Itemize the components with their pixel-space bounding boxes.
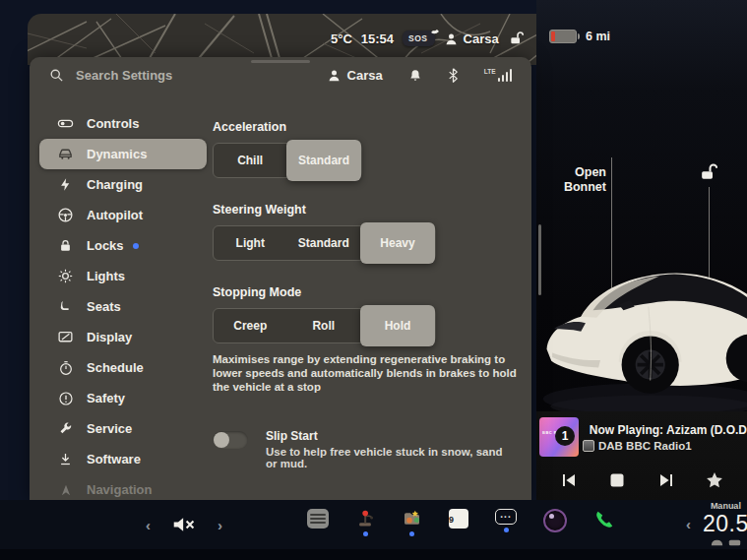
temp-down-chevron[interactable]: ‹ [686,516,691,532]
open-bonnet-button[interactable]: Open Bonnet [547,165,606,195]
media-controls [536,461,747,500]
stopping-option-hold[interactable]: Hold [360,305,435,346]
radio-source-icon [583,440,594,452]
search-status-icons: Carsa LTE [327,68,512,83]
cellular-signal-indicator: LTE [484,68,512,82]
steering-option-standard[interactable]: Standard [287,226,361,260]
slip-start-label: Slip Start [266,429,512,443]
vehicle-3d-view[interactable] [539,230,747,427]
sidebar-item-seats[interactable]: Seats [39,291,207,322]
network-type-label: LTE [484,68,496,75]
sidebar-item-software[interactable]: Software [39,444,207,474]
more-apps-icon[interactable]: ... [495,509,517,532]
album-art[interactable]: BBC RADIO 1 [539,417,579,457]
driver-profile-name: Carsa [464,31,499,46]
next-track-button[interactable] [652,466,681,495]
climate-mode-label: Manual [711,501,741,511]
notifications-bell-icon[interactable] [408,68,422,83]
range-value: 6 mi [586,30,610,43]
navigation-arrow-icon [57,481,74,498]
now-playing-title[interactable]: Now Playing: Azizam (D.O.D [583,423,747,437]
sidebar-item-navigation[interactable]: Navigation [39,474,207,500]
stopping-mode-title: Stopping Mode [213,285,524,299]
dashcam-icon[interactable] [543,509,567,540]
app-icons: 9 ... [307,509,615,540]
acceleration-segmented-control: Chill Standard [213,143,362,178]
steering-option-heavy[interactable]: Heavy [360,222,435,264]
unlocked-icon[interactable] [508,31,524,46]
sidebar-item-service[interactable]: Service [39,413,207,444]
sidebar-item-locks[interactable]: Locks [39,230,207,261]
app-launcher-dock: ‹ › [0,500,747,549]
stopping-option-roll[interactable]: Roll [287,309,361,342]
sos-label: SOS [408,33,427,43]
search-icon [49,68,64,83]
vehicle-unlocked-icon[interactable] [698,162,717,182]
app-grille-icon[interactable] [307,509,329,536]
volume-up-chevron[interactable]: › [218,517,222,533]
sidebar-item-charging[interactable]: Charging [39,169,207,200]
driver-profile-chip[interactable]: Carsa [444,31,499,46]
sidebar-item-dynamics[interactable]: Dynamics [39,139,207,169]
calendar-glyph: 9 [449,509,468,529]
sidebar-item-schedule[interactable]: Schedule [39,352,207,383]
acceleration-option-standard[interactable]: Standard [286,140,361,181]
search-input[interactable] [74,67,255,84]
locks-notification-dot [133,243,139,249]
screen-bezel-left [0,0,28,560]
wrench-icon [57,420,74,437]
acceleration-title: Acceleration [213,120,524,134]
front-defrost-icon[interactable] [711,538,723,547]
sidebar-item-display[interactable]: Display [39,322,207,352]
toybox-icon[interactable] [402,509,422,536]
battery-icon [549,30,577,43]
acceleration-option-chill[interactable]: Chill [214,144,286,177]
bluetooth-icon[interactable] [448,68,459,83]
volume-down-chevron[interactable]: ‹ [146,517,151,533]
volume-muted-icon[interactable] [172,515,196,534]
stopping-option-creep[interactable]: Creep [214,309,287,342]
person-icon [327,68,342,83]
light-icon [57,268,74,284]
camera-lens-glyph [543,509,567,532]
clock: 15:54 [361,31,394,46]
phone-icon[interactable] [593,509,615,538]
slip-start-toggle[interactable] [213,431,248,449]
sos-badge[interactable]: SOS [403,31,434,46]
open-bonnet-label-line1: Open [547,165,606,180]
phone-handset-icon [430,27,440,36]
open-bonnet-label-line2: Bonnet [547,180,606,195]
arcade-joystick-icon[interactable] [355,509,375,536]
display-icon [57,329,74,345]
rear-defrost-icon[interactable] [728,538,741,547]
calendar-icon[interactable]: 9 [449,509,468,536]
media-source-label: DAB BBC Radio1 [598,440,692,452]
media-source[interactable]: DAB BBC Radio1 [583,440,692,452]
battery-range-indicator[interactable]: 6 mi [549,30,610,43]
sidebar-item-safety[interactable]: Safety [39,383,207,413]
climate-control: Manual ‹ 20.5 › [686,501,747,547]
scrollbar-thumb[interactable] [538,224,541,295]
defrost-indicators [711,538,741,547]
stop-button[interactable] [602,466,632,495]
alert-circle-icon [57,390,74,406]
padlock-icon [57,237,74,254]
steering-segmented-control: Light Standard Heavy [213,225,436,261]
steering-wheel-icon [57,207,74,223]
cabin-temperature[interactable]: 20.5 [703,511,747,537]
lightning-bolt-icon [57,176,74,193]
settings-sidebar: Controls Dynamics Charging Autopilot Loc… [39,108,207,500]
favorite-star-button[interactable] [700,466,729,495]
sidebar-item-lights[interactable]: Lights [39,261,207,291]
grille-glyph [307,509,329,529]
joystick-glyph [355,509,375,529]
settings-search-row: Carsa LTE [30,57,531,93]
outside-temperature[interactable]: 5°C [331,31,352,46]
profile-chip[interactable]: Carsa [327,68,383,83]
sidebar-item-controls[interactable]: Controls [39,108,207,139]
sidebar-item-autopilot[interactable]: Autopilot [39,200,207,230]
screen-bezel-bottom [0,549,747,560]
seat-icon [57,298,74,315]
steering-option-light[interactable]: Light [214,226,287,260]
previous-track-button[interactable] [554,466,584,495]
